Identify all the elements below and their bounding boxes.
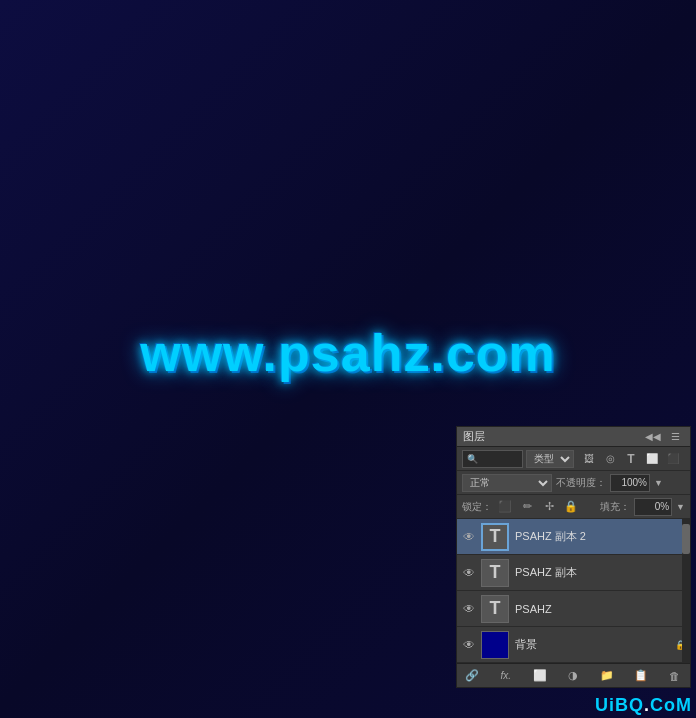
layers-list: 👁 T PSAHZ 副本 2 👁 T PSAHZ 副本 👁 T PSAHZ 👁 … xyxy=(457,519,690,663)
panel-header: 图层 ◀◀ ☰ xyxy=(457,427,690,447)
lock-fill-row: 锁定： ⬛ ✏ ✢ 🔒 填充： 0% ▼ xyxy=(457,495,690,519)
layer-item[interactable]: 👁 T PSAHZ 副本 xyxy=(457,555,690,591)
eye-icon[interactable]: 👁 xyxy=(461,601,477,617)
group-icon[interactable]: 📁 xyxy=(598,667,616,685)
lock-move-icon[interactable]: ✢ xyxy=(540,498,558,516)
layers-panel: 图层 ◀◀ ☰ 🔍 类型 🖼 ◎ T ⬜ ⬛ 正常 不透明度： 100% ▼ xyxy=(456,426,691,688)
mask-icon[interactable]: ⬜ xyxy=(531,667,549,685)
layer-name: 背景 xyxy=(515,637,671,652)
fx-button[interactable]: fx. xyxy=(497,667,515,685)
link-icon[interactable]: 🔗 xyxy=(463,667,481,685)
layer-item[interactable]: 👁 T PSAHZ 副本 2 xyxy=(457,519,690,555)
blend-opacity-row: 正常 不透明度： 100% ▼ xyxy=(457,471,690,495)
adjustment-filter-icon[interactable]: ◎ xyxy=(601,450,619,468)
fill-arrow[interactable]: ▼ xyxy=(676,502,685,512)
layer-name: PSAHZ xyxy=(515,603,686,615)
opacity-value[interactable]: 100% xyxy=(610,474,650,492)
text-filter-icon[interactable]: T xyxy=(622,450,640,468)
eye-icon[interactable]: 👁 xyxy=(461,529,477,545)
layer-item[interactable]: 👁 T PSAHZ xyxy=(457,591,690,627)
search-box[interactable]: 🔍 xyxy=(462,450,523,468)
search-row: 🔍 类型 🖼 ◎ T ⬜ ⬛ xyxy=(457,447,690,471)
search-icon: 🔍 xyxy=(467,454,478,464)
lock-label: 锁定： xyxy=(462,500,492,514)
filter-icons: 🖼 ◎ T ⬜ ⬛ xyxy=(577,450,685,468)
layer-item[interactable]: 👁 背景 🔒 xyxy=(457,627,690,663)
collapse-icon[interactable]: ◀◀ xyxy=(644,428,662,446)
panel-header-icons: ◀◀ ☰ xyxy=(644,428,684,446)
canvas-main-text: www.psahz.com xyxy=(140,323,556,383)
lock-pixels-icon[interactable]: ⬛ xyxy=(496,498,514,516)
layer-thumbnail: T xyxy=(481,523,509,551)
layer-thumbnail: T xyxy=(481,595,509,623)
scrollbar-thumb[interactable] xyxy=(682,524,690,554)
opacity-label: 不透明度： xyxy=(556,476,606,490)
lock-all-icon[interactable]: 🔒 xyxy=(562,498,580,516)
smart-filter-icon[interactable]: ⬛ xyxy=(664,450,682,468)
panel-title: 图层 xyxy=(463,429,485,444)
lock-brush-icon[interactable]: ✏ xyxy=(518,498,536,516)
image-filter-icon[interactable]: 🖼 xyxy=(580,450,598,468)
watermark: UiBQ.CoM xyxy=(591,693,696,718)
panel-menu-icon[interactable]: ☰ xyxy=(666,428,684,446)
blend-mode-dropdown[interactable]: 正常 xyxy=(462,474,552,492)
opacity-arrow[interactable]: ▼ xyxy=(654,478,663,488)
delete-icon[interactable]: 🗑 xyxy=(666,667,684,685)
eye-icon[interactable]: 👁 xyxy=(461,565,477,581)
watermark-ui: UiBQ xyxy=(595,695,644,715)
panel-footer: 🔗 fx. ⬜ ◑ 📁 📋 🗑 xyxy=(457,663,690,687)
adjustment-icon[interactable]: ◑ xyxy=(564,667,582,685)
layer-thumbnail xyxy=(481,631,509,659)
fill-value[interactable]: 0% xyxy=(634,498,672,516)
new-layer-icon[interactable]: 📋 xyxy=(632,667,650,685)
eye-icon[interactable]: 👁 xyxy=(461,637,477,653)
fill-label: 填充： xyxy=(600,500,630,514)
watermark-com: CoM xyxy=(650,695,692,715)
shape-filter-icon[interactable]: ⬜ xyxy=(643,450,661,468)
scrollbar[interactable] xyxy=(682,519,690,663)
type-dropdown[interactable]: 类型 xyxy=(526,450,574,468)
layer-name: PSAHZ 副本 2 xyxy=(515,529,686,544)
layer-name: PSAHZ 副本 xyxy=(515,565,686,580)
layer-thumbnail: T xyxy=(481,559,509,587)
